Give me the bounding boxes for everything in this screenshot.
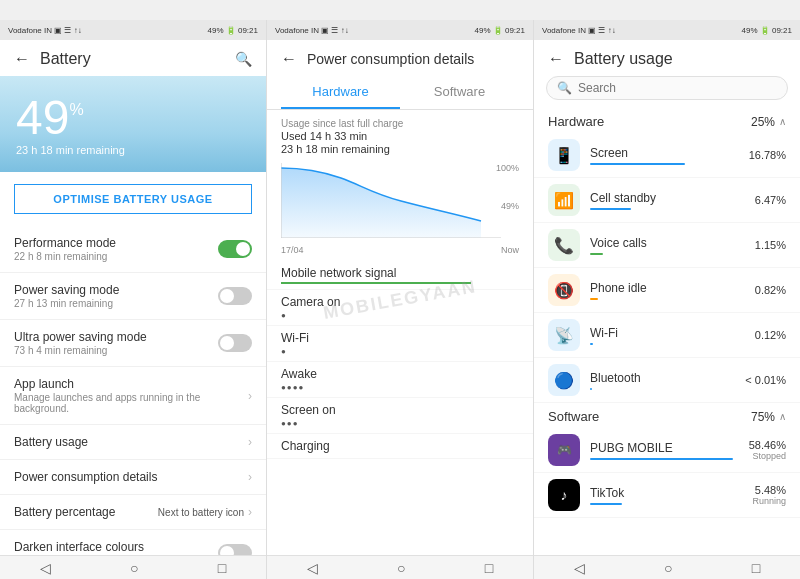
carrier-label-3: Vodafone IN ▣ ☰ ↑↓	[542, 26, 616, 35]
hardware-section-header: Hardware 25% ∧	[534, 108, 800, 133]
p3-title: Battery usage	[574, 50, 673, 68]
screen-pct: 16.78%	[749, 149, 786, 161]
search-input[interactable]	[578, 81, 777, 95]
p2-item: Screen on ●●●	[267, 398, 533, 434]
search-icon-3: 🔍	[557, 81, 572, 95]
back-icon[interactable]: ←	[14, 50, 30, 68]
tiktok-item: ♪ TikTok 5.48% Running	[534, 473, 800, 518]
nav-bar-2: ◁ ○ □	[267, 555, 533, 579]
cell-standby-item: 📶 Cell standby 6.47%	[534, 178, 800, 223]
power-saving-toggle[interactable]	[218, 287, 252, 305]
wifi-icon: 📡	[548, 319, 580, 351]
hardware-pct: 25% ∧	[751, 115, 786, 129]
carrier-label-2: Vodafone IN ▣ ☰ ↑↓	[275, 26, 349, 35]
wifi-info: Wi-Fi	[590, 326, 755, 345]
home-nav-btn-2[interactable]: ○	[387, 558, 415, 578]
wifi-item: 📡 Wi-Fi 0.12%	[534, 313, 800, 358]
search-icon[interactable]: 🔍	[235, 51, 252, 67]
battery-percentage-item[interactable]: Battery percentage Next to battery icon …	[0, 495, 266, 530]
pubg-icon: 🎮	[548, 434, 580, 466]
tiktok-icon: ♪	[548, 479, 580, 511]
chart-labels: 17/04 Now	[267, 243, 533, 257]
voice-calls-bar	[590, 253, 603, 255]
pubg-bar	[590, 458, 733, 460]
remaining-label: 23 h 18 min remaining	[281, 143, 519, 155]
p2-header: ← Power consumption details	[267, 40, 533, 76]
p2-item: Mobile network signal	[267, 261, 533, 290]
screen-bar	[590, 163, 685, 165]
phone-idle-pct: 0.82%	[755, 284, 786, 296]
chevron-icon: ›	[248, 470, 252, 484]
p2-item: Charging	[267, 434, 533, 459]
bluetooth-info: Bluetooth	[590, 371, 745, 390]
back-nav-btn-2[interactable]: ◁	[297, 558, 328, 578]
list-item: Power saving mode 27 h 13 min remaining	[0, 273, 266, 320]
back-icon-2[interactable]: ←	[281, 50, 297, 68]
bluetooth-bar	[590, 388, 592, 390]
p1-title: Battery	[40, 50, 91, 68]
optimise-button[interactable]: OPTIMISE BATTERY USAGE	[14, 184, 252, 214]
tab-hardware[interactable]: Hardware	[281, 76, 400, 109]
p2-item: Wi-Fi ●	[267, 326, 533, 362]
p2-items-list: Mobile network signal Camera on ● Wi-Fi …	[267, 261, 533, 459]
chevron-icon: ›	[248, 505, 252, 519]
p2-title: Power consumption details	[307, 51, 474, 67]
phone-idle-bar	[590, 298, 598, 300]
battery-status-3: 49% 🔋 09:21	[742, 26, 792, 35]
cell-standby-bar	[590, 208, 631, 210]
chart-now-label: Now	[501, 245, 519, 255]
p2-item: Camera on ●	[267, 290, 533, 326]
usage-label: Usage since last full charge	[281, 118, 519, 129]
tiktok-stats: 5.48% Running	[752, 484, 786, 506]
chevron-icon: ›	[248, 389, 252, 403]
cell-standby-pct: 6.47%	[755, 194, 786, 206]
voice-calls-pct: 1.15%	[755, 239, 786, 251]
software-pct: 75% ∧	[751, 410, 786, 424]
wifi-bar	[590, 343, 593, 345]
hardware-title: Hardware	[548, 114, 604, 129]
battery-usage-item[interactable]: Battery usage ›	[0, 425, 266, 460]
app-launch-item[interactable]: App launch Manage launches and apps runn…	[0, 367, 266, 425]
cell-standby-info: Cell standby	[590, 191, 755, 210]
item-bar	[281, 282, 471, 284]
back-nav-btn[interactable]: ◁	[30, 558, 61, 578]
battery-remaining: 23 h 18 min remaining	[16, 144, 250, 156]
nav-bar-1: ◁ ○ □	[0, 555, 266, 579]
battery-sym: %	[69, 102, 83, 118]
battery-display: 49% 23 h 18 min remaining	[0, 76, 266, 172]
p1-items-list: Performance mode 22 h 8 min remaining Po…	[0, 226, 266, 566]
recents-nav-btn[interactable]: □	[208, 558, 236, 578]
voice-calls-info: Voice calls	[590, 236, 755, 255]
recents-nav-btn-3[interactable]: □	[742, 558, 770, 578]
battery-status-2: 49% 🔋 09:21	[475, 26, 525, 35]
ultra-power-toggle[interactable]	[218, 334, 252, 352]
back-nav-btn-3[interactable]: ◁	[564, 558, 595, 578]
battery-panel: Vodafone IN ▣ ☰ ↑↓ 49% 🔋 09:21 ← Battery…	[0, 20, 267, 579]
pubg-item: 🎮 PUBG MOBILE 58.46% Stopped	[534, 428, 800, 473]
phone-idle-item: 📵 Phone idle 0.82%	[534, 268, 800, 313]
software-section-header: Software 75% ∧	[534, 403, 800, 428]
p1-header: ← Battery 🔍	[0, 40, 266, 76]
p2-tabs: Hardware Software	[267, 76, 533, 110]
pubg-stats: 58.46% Stopped	[749, 439, 786, 461]
phone-idle-icon: 📵	[548, 274, 580, 306]
screen-icon: 📱	[548, 139, 580, 171]
chart-svg	[281, 163, 501, 238]
battery-percent-display: 49%	[16, 94, 250, 142]
tab-software[interactable]: Software	[400, 76, 519, 109]
p3-search-bar[interactable]: 🔍	[546, 76, 788, 100]
home-nav-btn-3[interactable]: ○	[654, 558, 682, 578]
voice-calls-item: 📞 Voice calls 1.15%	[534, 223, 800, 268]
carrier-label: Vodafone IN ▣ ☰ ↑↓	[8, 26, 82, 35]
battery-status: 49% 🔋 09:21	[208, 26, 258, 35]
used-time: Used 14 h 33 min	[281, 130, 519, 142]
home-nav-btn[interactable]: ○	[120, 558, 148, 578]
power-consumption-item[interactable]: Power consumption details ›	[0, 460, 266, 495]
screen-info: Screen	[590, 146, 749, 165]
performance-toggle[interactable]	[218, 240, 252, 258]
recents-nav-btn-2[interactable]: □	[475, 558, 503, 578]
next-to-battery-label: Next to battery icon	[158, 507, 244, 518]
cell-standby-icon: 📶	[548, 184, 580, 216]
phone-idle-info: Phone idle	[590, 281, 755, 300]
back-icon-3[interactable]: ←	[548, 50, 564, 68]
